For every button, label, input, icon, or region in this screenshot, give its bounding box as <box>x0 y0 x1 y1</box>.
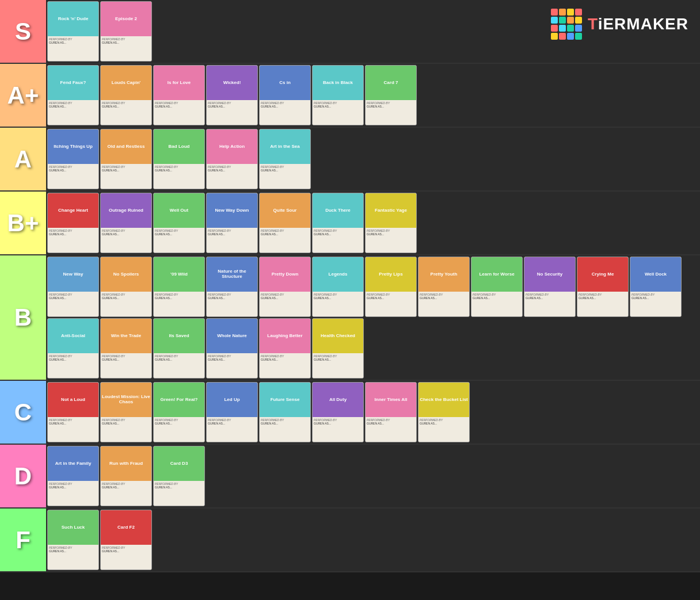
tier-card[interactable]: Green! For Real?PERFORMED BYGUREN AS... <box>153 382 205 442</box>
card-performer: GUREN AS... <box>155 358 203 361</box>
tier-card[interactable]: Future SensePERFORMED BYGUREN AS... <box>259 382 311 442</box>
tier-row-D: DArt in the FamilyPERFORMED BYGUREN AS..… <box>0 445 700 509</box>
card-performer: GUREN AS... <box>49 105 97 108</box>
tier-card[interactable]: Inner Times AllPERFORMED BYGUREN AS... <box>365 382 417 442</box>
card-thumbnail: Led Up <box>207 383 257 417</box>
tier-card[interactable]: Card F2PERFORMED BYGUREN AS... <box>100 510 152 570</box>
tier-card[interactable]: Change HeartPERFORMED BYGUREN AS... <box>47 193 99 253</box>
card-info: PERFORMED BYGUREN AS... <box>366 292 416 316</box>
card-thumbnail: Run with Fraud <box>101 446 151 481</box>
tier-card[interactable]: Led UpPERFORMED BYGUREN AS... <box>206 382 258 442</box>
card-thumbnail: Inner Times All <box>366 383 416 417</box>
tier-card[interactable]: Crying MePERFORMED BYGUREN AS... <box>577 257 629 317</box>
tier-card[interactable]: Rock 'n' DudePERFORMED BYGUREN AS... <box>47 1 99 62</box>
tier-card[interactable]: Fantastic YagePERFORMED BYGUREN AS... <box>365 193 417 253</box>
tier-card[interactable]: Episode 2PERFORMED BYGUREN AS... <box>100 1 152 62</box>
tier-card[interactable]: Itching Things UpPERFORMED BYGUREN AS... <box>47 129 99 189</box>
tier-card[interactable]: Run with FraudPERFORMED BYGUREN AS... <box>100 446 152 506</box>
card-performer: GUREN AS... <box>155 169 203 172</box>
tier-card[interactable]: Quite SourPERFORMED BYGUREN AS... <box>259 193 311 253</box>
card-thumbnail: Help Action <box>207 129 257 164</box>
card-thumbnail: Not a Loud <box>48 383 98 417</box>
card-thumbnail: Art in the Sea <box>260 129 310 164</box>
tier-card[interactable]: Louds Capin'PERFORMED BYGUREN AS... <box>100 65 152 125</box>
tier-card[interactable]: Cs inPERFORMED BYGUREN AS... <box>259 65 311 125</box>
card-thumbnail: Health Checked <box>313 319 363 353</box>
card-thumbnail: Whole Nature <box>207 319 257 353</box>
tier-card[interactable]: No SpoilersPERFORMED BYGUREN AS... <box>100 257 152 317</box>
card-performer: GUREN AS... <box>208 296 256 300</box>
tier-card[interactable]: '09 WildPERFORMED BYGUREN AS... <box>153 257 205 317</box>
card-thumbnail: Check the Bucket List <box>419 383 469 417</box>
card-thumbnail: Fend Faux? <box>48 66 98 100</box>
card-info: PERFORMED BYGUREN AS... <box>630 292 681 316</box>
tier-card[interactable]: Whole NaturePERFORMED BYGUREN AS... <box>206 318 258 379</box>
card-performer: GUREN AS... <box>261 358 309 361</box>
tier-card[interactable]: Duck TherePERFORMED BYGUREN AS... <box>312 193 364 253</box>
tier-card[interactable]: No SecurityPERFORMED BYGUREN AS... <box>524 257 576 317</box>
tier-card[interactable]: Card D3PERFORMED BYGUREN AS... <box>153 446 205 506</box>
card-info: PERFORMED BYGUREN AS... <box>101 292 151 316</box>
logo-pixel <box>567 9 574 16</box>
logo-pixel <box>567 25 574 32</box>
tier-card[interactable]: Back in BlackPERFORMED BYGUREN AS... <box>312 65 364 125</box>
logo-pixel <box>551 9 558 16</box>
tier-card[interactable]: Loudest Mission: Live ChaosPERFORMED BYG… <box>100 382 152 442</box>
card-performer: GUREN AS... <box>102 41 150 44</box>
tier-card[interactable]: Well OutPERFORMED BYGUREN AS... <box>153 193 205 253</box>
tier-card[interactable]: Bad LoudPERFORMED BYGUREN AS... <box>153 129 205 189</box>
card-info: PERFORMED BYGUREN AS... <box>101 228 151 253</box>
tier-card[interactable]: Art in the FamilyPERFORMED BYGUREN AS... <box>47 446 99 506</box>
tier-card[interactable]: Well DockPERFORMED BYGUREN AS... <box>630 257 682 317</box>
tier-card[interactable]: Its SavedPERFORMED BYGUREN AS... <box>153 318 205 379</box>
card-thumbnail: Crying Me <box>577 257 628 292</box>
tier-card[interactable]: Wicked!PERFORMED BYGUREN AS... <box>206 65 258 125</box>
card-thumbnail: Well Dock <box>630 257 681 292</box>
card-thumbnail: Outrage Ruined <box>101 193 151 228</box>
tier-card[interactable]: Help ActionPERFORMED BYGUREN AS... <box>206 129 258 189</box>
tier-card[interactable]: Nature of the StructurePERFORMED BYGUREN… <box>206 257 258 317</box>
tier-card[interactable]: Is for LovePERFORMED BYGUREN AS... <box>153 65 205 125</box>
tier-card[interactable]: Pretty LipsPERFORMED BYGUREN AS... <box>365 257 417 317</box>
card-performer: GUREN AS... <box>367 105 415 108</box>
card-thumbnail: Pretty Lips <box>366 257 416 292</box>
tier-card[interactable]: Learn for WorsePERFORMED BYGUREN AS... <box>471 257 523 317</box>
tier-card[interactable]: LegendsPERFORMED BYGUREN AS... <box>312 257 364 317</box>
tier-card[interactable]: Health CheckedPERFORMED BYGUREN AS... <box>312 318 364 379</box>
card-thumbnail: Duck There <box>313 193 363 228</box>
card-performer: GUREN AS... <box>102 232 150 236</box>
card-thumbnail: No Spoilers <box>101 257 151 292</box>
tier-card[interactable]: Anti-SocialPERFORMED BYGUREN AS... <box>47 318 99 379</box>
tier-card[interactable]: Art in the SeaPERFORMED BYGUREN AS... <box>259 129 311 189</box>
tier-card[interactable]: All DutyPERFORMED BYGUREN AS... <box>312 382 364 442</box>
card-performer: GUREN AS... <box>102 422 150 425</box>
tier-card[interactable]: Pretty DownPERFORMED BYGUREN AS... <box>259 257 311 317</box>
tier-card[interactable]: Old and RestlessPERFORMED BYGUREN AS... <box>100 129 152 189</box>
tier-card[interactable]: Not a LoudPERFORMED BYGUREN AS... <box>47 382 99 442</box>
card-thumbnail: All Duty <box>313 383 363 417</box>
tier-card[interactable]: Such LuckPERFORMED BYGUREN AS... <box>47 510 99 570</box>
tier-card[interactable]: Fend Faux?PERFORMED BYGUREN AS... <box>47 65 99 125</box>
tier-card[interactable]: Card 7PERFORMED BYGUREN AS... <box>365 65 417 125</box>
card-info: PERFORMED BYGUREN AS... <box>260 292 310 316</box>
tier-card[interactable]: Win the TradePERFORMED BYGUREN AS... <box>100 318 152 379</box>
tier-label-D: D <box>0 445 46 507</box>
tier-card[interactable]: Check the Bucket ListPERFORMED BYGUREN A… <box>418 382 470 442</box>
tier-card[interactable]: Laughing BetterPERFORMED BYGUREN AS... <box>259 318 311 379</box>
tier-card[interactable]: New Way DownPERFORMED BYGUREN AS... <box>206 193 258 253</box>
card-performer: GUREN AS... <box>102 296 150 300</box>
tier-label-A+: A+ <box>0 64 46 127</box>
card-thumbnail: Its Saved <box>154 319 204 353</box>
tier-card[interactable]: New WayPERFORMED BYGUREN AS... <box>47 257 99 317</box>
tier-card[interactable]: Outrage RuinedPERFORMED BYGUREN AS... <box>100 193 152 253</box>
card-performer: GUREN AS... <box>155 296 203 300</box>
card-thumbnail: Well Out <box>154 193 204 228</box>
card-info: PERFORMED BYGUREN AS... <box>48 353 98 378</box>
card-thumbnail: Nature of the Structure <box>207 257 257 292</box>
card-info: PERFORMED BYGUREN AS... <box>577 292 628 316</box>
tier-content-A+: Fend Faux?PERFORMED BYGUREN AS...Louds C… <box>46 64 700 127</box>
card-performer: GUREN AS... <box>102 358 150 361</box>
tier-card[interactable]: Pretty YouthPERFORMED BYGUREN AS... <box>418 257 470 317</box>
logo-pixel <box>559 25 566 32</box>
card-performer: GUREN AS... <box>102 105 150 108</box>
